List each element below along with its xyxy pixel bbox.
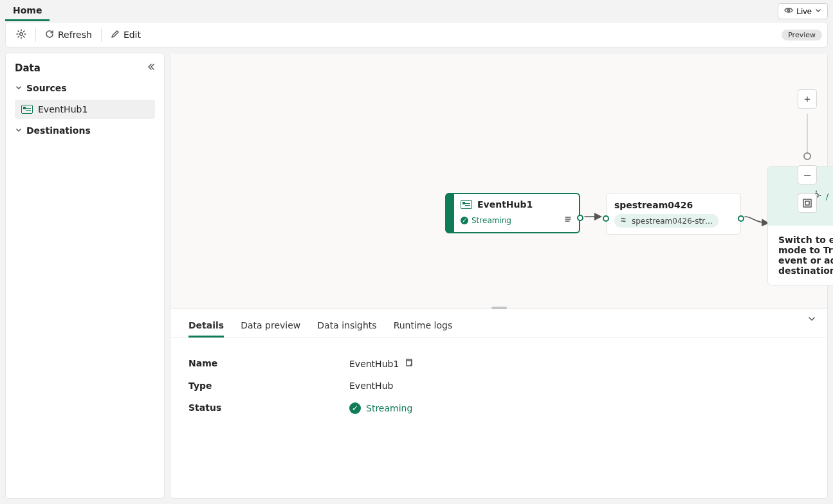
tab-runtime-logs[interactable]: Runtime logs — [394, 315, 453, 338]
svg-rect-4 — [805, 201, 809, 205]
copy-icon[interactable] — [404, 358, 413, 369]
divider — [101, 28, 102, 42]
field-name-key: Name — [188, 358, 349, 369]
preview-badge: Preview — [782, 30, 822, 40]
output-port[interactable] — [577, 215, 583, 221]
field-name-value: EventHub1 — [349, 359, 399, 369]
edit-icon — [111, 30, 120, 40]
bottom-panel: Details Data preview Data insights Runti… — [170, 308, 827, 498]
svg-point-0 — [788, 9, 790, 11]
check-icon: ✓ — [349, 402, 361, 414]
eventhub-icon — [21, 105, 33, 114]
node-stream[interactable]: spestream0426 spestream0426-str… — [606, 193, 741, 235]
tab-data-insights[interactable]: Data insights — [317, 315, 376, 338]
stream-chip[interactable]: spestream0426-str… — [614, 214, 719, 228]
collapse-panel-icon[interactable] — [807, 314, 817, 326]
zoom-thumb[interactable] — [803, 152, 811, 160]
section-label: Sources — [26, 83, 67, 93]
chevron-down-icon — [15, 125, 23, 136]
divider — [35, 28, 36, 42]
refresh-label: Refresh — [58, 30, 92, 40]
source-label: EventHub1 — [38, 104, 87, 114]
section-destinations[interactable]: Destinations — [6, 120, 164, 141]
gear-icon — [16, 29, 26, 41]
field-type-key: Type — [188, 381, 349, 391]
source-item-eventhub1[interactable]: EventHub1 — [15, 100, 155, 119]
refresh-icon — [45, 30, 54, 40]
section-sources[interactable]: Sources — [6, 78, 164, 98]
tab-home[interactable]: Home — [5, 1, 50, 21]
live-label: Live — [796, 6, 812, 16]
zoom-track[interactable] — [807, 114, 808, 160]
content: EventHub1 ✓ Streaming spestream0426 — [170, 53, 828, 499]
edit-button[interactable]: Edit — [105, 27, 146, 43]
toolbar: Refresh Edit Preview — [5, 22, 828, 48]
zoom-in-button[interactable]: ＋ — [798, 89, 817, 109]
collapse-sidebar-icon[interactable] — [146, 62, 155, 74]
details-body: Name EventHub1 Type EventHub Status — [170, 338, 827, 434]
eventhub-icon — [461, 200, 472, 209]
node-status: Streaming — [471, 216, 511, 225]
arrow-layer — [170, 53, 827, 308]
zoom-out-button[interactable]: − — [798, 165, 817, 184]
field-status-value: Streaming — [366, 403, 412, 413]
chevron-down-icon — [15, 83, 23, 93]
section-label: Destinations — [26, 125, 91, 136]
schema-icon[interactable] — [563, 215, 572, 226]
svg-rect-5 — [407, 361, 412, 366]
placeholder-text: Switch to edit mode to Transform event o… — [768, 226, 833, 285]
field-type-value: EventHub — [349, 381, 393, 391]
tab-data-preview[interactable]: Data preview — [241, 315, 300, 338]
chip-label: spestream0426-str… — [632, 217, 713, 226]
output-port[interactable] — [738, 215, 744, 222]
node-title: spestream0426 — [614, 200, 733, 210]
top-tab-bar: Home Live — [0, 0, 833, 22]
node-source-eventhub[interactable]: EventHub1 ✓ Streaming — [445, 193, 580, 233]
input-port[interactable] — [603, 215, 609, 222]
settings-button[interactable] — [11, 26, 32, 44]
tab-details[interactable]: Details — [188, 315, 224, 338]
edit-label: Edit — [124, 30, 141, 40]
canvas[interactable]: EventHub1 ✓ Streaming spestream0426 — [170, 53, 827, 308]
refresh-button[interactable]: Refresh — [40, 27, 97, 43]
check-icon: ✓ — [461, 217, 468, 224]
eye-icon — [784, 6, 793, 17]
svg-point-1 — [20, 32, 23, 35]
svg-rect-3 — [803, 199, 811, 207]
sidebar: Data Sources EventHub1 Destinations — [5, 53, 165, 499]
live-mode-dropdown[interactable]: Live — [778, 3, 828, 19]
zoom-controls: ＋ − — [798, 89, 817, 213]
chevron-down-icon — [815, 6, 821, 16]
field-status-key: Status — [188, 402, 349, 414]
zoom-fit-button[interactable] — [798, 194, 817, 213]
node-title: EventHub1 — [477, 199, 533, 210]
sidebar-title: Data — [15, 62, 41, 74]
stream-icon — [620, 216, 628, 226]
